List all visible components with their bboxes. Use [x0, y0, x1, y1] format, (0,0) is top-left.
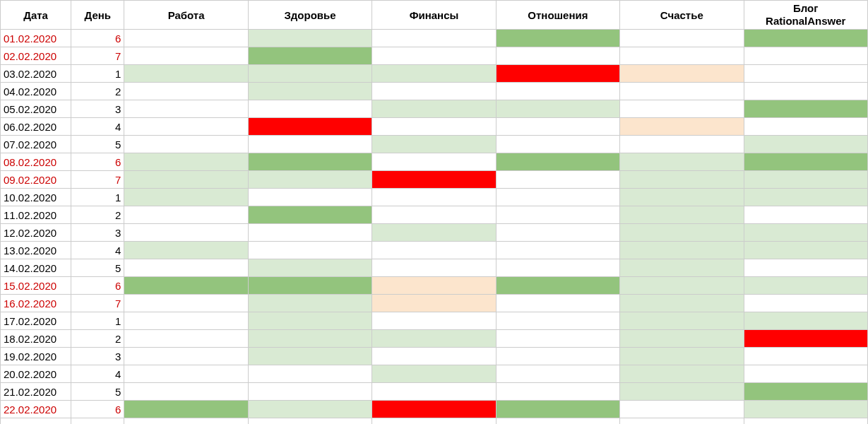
status-cell[interactable]: [372, 365, 496, 383]
date-cell[interactable]: 16.02.2020: [1, 295, 71, 312]
status-cell[interactable]: [124, 277, 248, 295]
status-cell[interactable]: [744, 47, 867, 65]
status-cell[interactable]: [620, 65, 744, 83]
status-cell[interactable]: [620, 383, 744, 401]
status-cell[interactable]: [620, 171, 744, 189]
day-cell[interactable]: 6: [71, 30, 124, 47]
status-cell[interactable]: [372, 401, 496, 418]
status-cell[interactable]: [248, 295, 371, 312]
status-cell[interactable]: [372, 348, 496, 365]
status-cell[interactable]: [372, 65, 496, 83]
date-cell[interactable]: 23.02.2020: [1, 418, 71, 425]
status-cell[interactable]: [496, 277, 619, 295]
status-cell[interactable]: [124, 189, 248, 206]
day-cell[interactable]: 6: [71, 277, 124, 295]
status-cell[interactable]: [248, 47, 371, 65]
status-cell[interactable]: [744, 118, 867, 136]
status-cell[interactable]: [496, 259, 619, 277]
day-cell[interactable]: 7: [71, 295, 124, 312]
date-cell[interactable]: 12.02.2020: [1, 224, 71, 242]
status-cell[interactable]: [372, 383, 496, 401]
date-cell[interactable]: 04.02.2020: [1, 83, 71, 100]
day-cell[interactable]: 2: [71, 206, 124, 224]
status-cell[interactable]: [744, 383, 867, 401]
status-cell[interactable]: [248, 83, 371, 100]
date-cell[interactable]: 07.02.2020: [1, 136, 71, 153]
status-cell[interactable]: [124, 224, 248, 242]
status-cell[interactable]: [372, 153, 496, 171]
status-cell[interactable]: [496, 47, 619, 65]
date-cell[interactable]: 03.02.2020: [1, 65, 71, 83]
header-day[interactable]: День: [71, 1, 124, 30]
day-cell[interactable]: 3: [71, 348, 124, 365]
status-cell[interactable]: [744, 153, 867, 171]
status-cell[interactable]: [372, 189, 496, 206]
day-cell[interactable]: 1: [71, 189, 124, 206]
status-cell[interactable]: [124, 383, 248, 401]
status-cell[interactable]: [248, 206, 371, 224]
day-cell[interactable]: 7: [71, 418, 124, 425]
status-cell[interactable]: [124, 47, 248, 65]
status-cell[interactable]: [496, 418, 619, 425]
status-cell[interactable]: [620, 30, 744, 47]
status-cell[interactable]: [124, 330, 248, 348]
date-cell[interactable]: 18.02.2020: [1, 330, 71, 348]
status-cell[interactable]: [124, 136, 248, 153]
status-cell[interactable]: [124, 30, 248, 47]
status-cell[interactable]: [744, 365, 867, 383]
status-cell[interactable]: [496, 365, 619, 383]
status-cell[interactable]: [372, 30, 496, 47]
day-cell[interactable]: 7: [71, 47, 124, 65]
status-cell[interactable]: [620, 189, 744, 206]
status-cell[interactable]: [744, 277, 867, 295]
status-cell[interactable]: [496, 383, 619, 401]
status-cell[interactable]: [372, 330, 496, 348]
status-cell[interactable]: [372, 295, 496, 312]
status-cell[interactable]: [620, 153, 744, 171]
status-cell[interactable]: [496, 242, 619, 259]
day-cell[interactable]: 4: [71, 365, 124, 383]
status-cell[interactable]: [124, 418, 248, 425]
status-cell[interactable]: [124, 348, 248, 365]
status-cell[interactable]: [744, 295, 867, 312]
day-cell[interactable]: 1: [71, 65, 124, 83]
status-cell[interactable]: [744, 312, 867, 330]
status-cell[interactable]: [248, 30, 371, 47]
status-cell[interactable]: [496, 401, 619, 418]
header-blog[interactable]: БлогRationalAnswer: [744, 1, 867, 30]
status-cell[interactable]: [496, 206, 619, 224]
date-cell[interactable]: 06.02.2020: [1, 118, 71, 136]
status-cell[interactable]: [372, 277, 496, 295]
status-cell[interactable]: [496, 153, 619, 171]
status-cell[interactable]: [744, 224, 867, 242]
status-cell[interactable]: [744, 242, 867, 259]
status-cell[interactable]: [124, 153, 248, 171]
status-cell[interactable]: [744, 30, 867, 47]
status-cell[interactable]: [744, 348, 867, 365]
header-health[interactable]: Здоровье: [248, 1, 371, 30]
date-cell[interactable]: 21.02.2020: [1, 383, 71, 401]
day-cell[interactable]: 6: [71, 401, 124, 418]
day-cell[interactable]: 6: [71, 153, 124, 171]
status-cell[interactable]: [372, 171, 496, 189]
status-cell[interactable]: [744, 418, 867, 425]
status-cell[interactable]: [620, 242, 744, 259]
status-cell[interactable]: [372, 242, 496, 259]
status-cell[interactable]: [620, 224, 744, 242]
status-cell[interactable]: [496, 348, 619, 365]
status-cell[interactable]: [372, 418, 496, 425]
status-cell[interactable]: [620, 401, 744, 418]
status-cell[interactable]: [496, 330, 619, 348]
date-cell[interactable]: 01.02.2020: [1, 30, 71, 47]
status-cell[interactable]: [496, 118, 619, 136]
status-cell[interactable]: [496, 83, 619, 100]
status-cell[interactable]: [620, 330, 744, 348]
date-cell[interactable]: 10.02.2020: [1, 189, 71, 206]
status-cell[interactable]: [372, 312, 496, 330]
status-cell[interactable]: [248, 171, 371, 189]
status-cell[interactable]: [372, 224, 496, 242]
status-cell[interactable]: [744, 401, 867, 418]
status-cell[interactable]: [248, 277, 371, 295]
status-cell[interactable]: [496, 136, 619, 153]
day-cell[interactable]: 2: [71, 330, 124, 348]
